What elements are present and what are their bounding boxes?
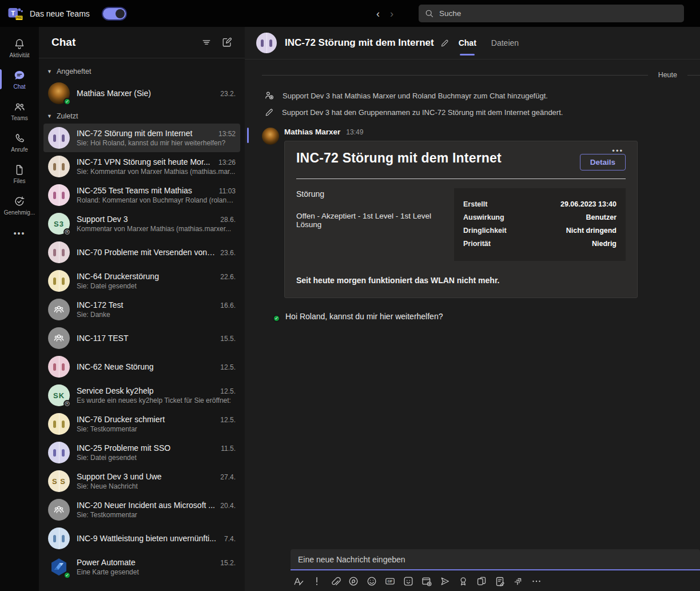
title-bar: T PRE Das neue Teams ‹ › — [0, 0, 700, 27]
avatar: S S — [48, 470, 70, 492]
chat-list-item[interactable]: INC-64 Druckerstörung 22.6. Sie: Datei g… — [43, 267, 240, 295]
chat-title: INC-70 Probleme mit Versenden von ... — [77, 248, 216, 257]
conversation-avatar — [256, 33, 277, 53]
person-add-icon — [264, 90, 275, 101]
field-value: Benutzer — [586, 213, 617, 221]
gif-icon[interactable]: GIF — [384, 576, 396, 587]
new-chat-icon[interactable] — [222, 37, 232, 47]
chat-preview: Sie: Danke — [77, 311, 236, 319]
approvals-form-icon[interactable] — [494, 576, 506, 587]
new-teams-toggle[interactable] — [103, 8, 126, 19]
chat-list-item[interactable]: SK Service Desk ky2help 12.5. Es wurde e… — [43, 381, 240, 410]
chat-list-item[interactable]: S3 Support Dev 3 28.6. Kommentar von Mar… — [43, 209, 240, 238]
message-area: Heute Support Dev 3 hat Mathias Marxer u… — [245, 60, 700, 591]
search-icon — [424, 9, 434, 18]
system-message: Support Dev 3 hat den Gruppennamen zu IN… — [262, 104, 700, 121]
filter-icon[interactable] — [201, 37, 212, 47]
chat-list-item[interactable]: INC-71 VPN Störung seit heute Mor... 13:… — [43, 152, 240, 181]
search-input[interactable] — [439, 9, 678, 18]
teams-logo-icon: T PRE — [7, 6, 23, 22]
chat-list-item[interactable]: INC-172 Test 16.6. Sie: Danke — [43, 295, 240, 324]
rail-more-icon[interactable]: ••• — [14, 229, 26, 238]
field-value: 29.06.2023 13:40 — [560, 200, 617, 208]
sidebar-item-activity[interactable]: Aktivität — [0, 33, 39, 64]
sidebar-item-files[interactable]: Files — [0, 159, 39, 189]
app-rail: Aktivität Chat Teams Anrufe Files — [0, 27, 39, 591]
chat-list-item[interactable]: INC-62 Neue Störung 12.5. — [43, 352, 240, 381]
forward-icon[interactable]: › — [390, 9, 393, 19]
chat-time: 12.5. — [220, 363, 236, 371]
system-message-text: Support Dev 3 hat Mathias Marxer und Rol… — [283, 92, 548, 100]
avatar — [48, 241, 70, 263]
chat-icon — [13, 69, 26, 82]
message-text: Hoi Roland, kannst du mir hier weiterhel… — [285, 312, 638, 321]
card-more-icon[interactable]: ••• — [612, 149, 623, 153]
section-header-pinned[interactable]: ▼ Angeheftet — [39, 63, 245, 79]
chat-title: INC-25 Probleme mit SSO — [77, 443, 216, 453]
message-input-box[interactable] — [291, 549, 700, 570]
avatar — [48, 299, 70, 320]
presence-badge — [63, 228, 71, 236]
chat-time: 23.6. — [220, 249, 236, 257]
chat-title: Support Dev 3 und Uwe — [77, 472, 216, 481]
section-header-recent[interactable]: ▼ Zuletzt — [39, 108, 245, 124]
avatar — [48, 356, 70, 378]
chat-list-item[interactable]: INC-255 Test Teams mit Mathias 11:03 Rol… — [43, 181, 240, 209]
rename-pencil-icon[interactable] — [440, 38, 450, 48]
chat-title: INC-172 Test — [77, 300, 216, 310]
chat-title: INC-20 Neuer Incident aus Microsoft ... — [77, 501, 216, 510]
more-icon[interactable] — [531, 576, 542, 587]
pages-icon[interactable] — [476, 576, 487, 587]
tab-chat[interactable]: Chat — [459, 27, 476, 59]
video-request-icon[interactable] — [421, 576, 432, 587]
sidebar-item-calls[interactable]: Anrufe — [0, 128, 39, 158]
date-divider: Heute — [262, 71, 700, 79]
unread-indicator — [247, 128, 249, 143]
chat-list-item[interactable]: INC-70 Probleme mit Versenden von ... 23… — [43, 238, 240, 267]
updates-icon[interactable] — [512, 576, 524, 587]
ticket-description: Seit heute morgen funktioniert das WLAN … — [296, 276, 626, 285]
back-icon[interactable]: ‹ — [376, 9, 380, 19]
send-later-icon[interactable] — [439, 576, 451, 587]
loop-icon[interactable] — [348, 576, 359, 587]
search-bar[interactable] — [419, 5, 684, 22]
chat-list-panel: Chat ▼ Angeheftet — [39, 27, 245, 591]
chat-time: 28.6. — [220, 216, 236, 224]
importance-icon[interactable] — [311, 576, 323, 587]
message: Mathias Marxer 13:49 INC-72 Störung mit … — [262, 128, 700, 321]
sidebar-item-teams[interactable]: Teams — [0, 96, 39, 126]
chat-list-item[interactable]: INC-9 Wattleistung bieten unvernünfti...… — [43, 524, 240, 553]
chat-preview: Sie: Datei gesendet — [77, 282, 236, 290]
sticker-icon[interactable] — [403, 576, 414, 587]
format-icon[interactable] — [293, 576, 304, 587]
attach-icon[interactable] — [329, 576, 341, 587]
chat-list-item[interactable]: Power Automate 15.2. Eine Karte gesendet — [43, 553, 240, 581]
sidebar-item-approvals[interactable]: Genehmig... — [0, 191, 39, 221]
message-input[interactable] — [298, 555, 693, 564]
chat-list-item[interactable]: INC-76 Drucker schmiert 12.5. Sie: Testk… — [43, 410, 240, 438]
presence-badge — [273, 315, 280, 322]
chat-preview: Sie: Kommentar von Marxer Mathias (mathi… — [77, 168, 236, 176]
emoji-icon[interactable] — [366, 576, 377, 587]
composer-toolbar: GIF — [293, 576, 700, 587]
chat-list-item[interactable]: Mathias Marxer (Sie) 23.2. — [43, 79, 240, 108]
chat-list-item[interactable]: INC-20 Neuer Incident aus Microsoft ... … — [43, 495, 240, 524]
chat-list-item[interactable]: INC-25 Probleme mit SSO 11.5. Sie: Datei… — [43, 438, 240, 467]
chat-title: INC-9 Wattleistung bieten unvernünfti... — [77, 534, 220, 543]
details-button[interactable]: Details — [580, 154, 626, 170]
sidebar-item-chat[interactable]: Chat — [0, 65, 39, 95]
chat-preview: Sie: Datei gesendet — [77, 454, 236, 462]
chat-time: 22.6. — [220, 273, 236, 281]
tab-files[interactable]: Dateien — [491, 27, 519, 59]
presence-badge — [63, 400, 71, 407]
praise-icon[interactable] — [458, 576, 469, 587]
svg-text:GIF: GIF — [388, 580, 392, 583]
avatar — [48, 413, 70, 435]
chat-title: INC-71 VPN Störung seit heute Mor... — [77, 157, 214, 166]
chat-list-item[interactable]: S S Support Dev 3 und Uwe 27.4. Sie: Neu… — [43, 467, 240, 495]
chat-list-item[interactable]: INC-117 TEST 15.5. — [43, 324, 240, 352]
app-title: Das neue Teams — [30, 9, 90, 18]
chat-list-item[interactable]: INC-72 Störung mit dem Internet 13:52 Si… — [43, 124, 240, 152]
field-value: Niedrig — [592, 240, 617, 248]
avatar — [48, 327, 70, 349]
